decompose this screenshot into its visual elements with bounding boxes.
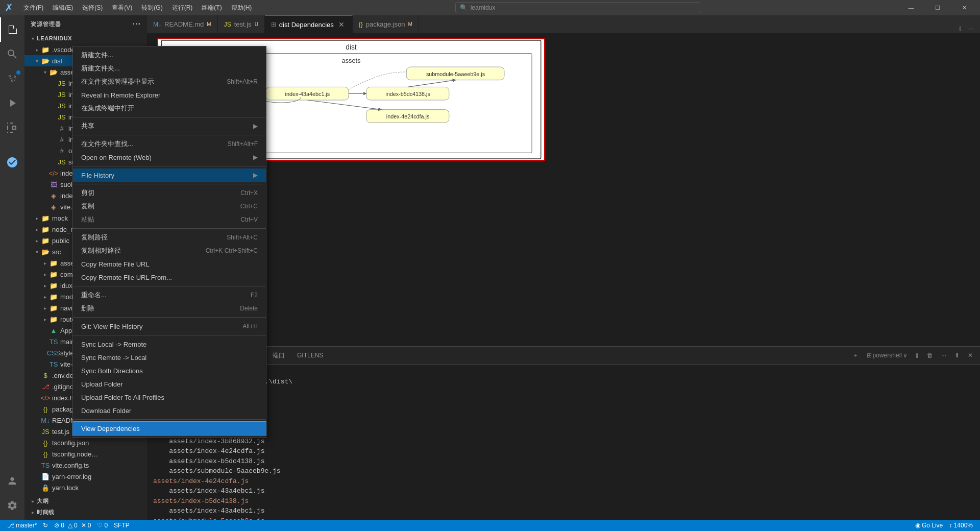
tree-item-tsconfignode[interactable]: {} tsconfig.node… (24, 448, 147, 460)
ctx-git-file-history-label: Git: View File History (81, 323, 142, 330)
panel-maximize[interactable]: ⬆ (951, 351, 963, 360)
ctx-new-folder[interactable]: 新建文件夹... (73, 62, 266, 75)
tab-close-dist[interactable]: ✕ (337, 20, 346, 29)
ctx-sep-2 (73, 135, 266, 135)
panel-tab-gitlens[interactable]: GITLENS (292, 348, 328, 363)
tab-packagejson[interactable]: {} package.json M (353, 15, 419, 33)
timeline-arrow: ▸ (29, 510, 37, 515)
info-icon: ✕ (81, 522, 86, 529)
ctx-file-history[interactable]: File History ▶ (73, 168, 266, 182)
menu-file[interactable]: 文件(F) (19, 3, 47, 13)
tree-timeline[interactable]: ▸ 时间线 (24, 506, 147, 518)
status-errors[interactable]: ⊘ 0 △ 0 ✕ 0 (51, 520, 94, 531)
tab-testjs[interactable]: JS test.js U (218, 15, 265, 33)
panel-split-terminal[interactable]: ⫿ (913, 351, 922, 360)
ctx-paste[interactable]: 粘贴 Ctrl+V (73, 213, 266, 226)
ctx-copy-path[interactable]: 复制路径 Shift+Alt+C (73, 231, 266, 244)
status-branch[interactable]: ⎇ master* (4, 520, 40, 531)
status-zoom[interactable]: ↕ 1400% (946, 520, 976, 531)
ctx-delete[interactable]: 删除 Delete (73, 302, 266, 315)
activity-extensions[interactable] (0, 115, 24, 140)
status-heart[interactable]: ♡ 0 (94, 520, 111, 531)
panel-new-terminal[interactable]: ＋ (849, 350, 862, 361)
menu-run[interactable]: 运行(R) (168, 3, 197, 13)
editor-split-button[interactable]: ⫿ (957, 23, 964, 33)
ctx-reveal-remote[interactable]: Reveal in Remote Explorer (73, 88, 266, 102)
outline-arrow: ▸ (29, 498, 37, 504)
ctx-download-folder[interactable]: Download Folder (73, 404, 266, 417)
tree-components-arrow: ▸ (41, 272, 49, 277)
heart-icon: ♡ (97, 522, 103, 529)
menu-view[interactable]: 查看(V) (108, 3, 136, 13)
term-link-indexb5d[interactable]: assets/index-b5dc4138.js (153, 497, 249, 505)
activity-git[interactable] (0, 66, 24, 91)
menu-edit[interactable]: 编辑(E) (48, 3, 77, 13)
activity-run[interactable] (0, 91, 24, 115)
tab-testjs-icon: JS (224, 21, 231, 28)
editor-more-button[interactable]: ··· (966, 23, 976, 33)
ctx-open-remote-web[interactable]: Open on Remote (Web) ▶ (73, 151, 266, 164)
ctx-find-in-folder[interactable]: 在文件夹中查找... Shift+Alt+F (73, 137, 266, 151)
tree-vscode-arrow: ▸ (33, 47, 41, 53)
ctx-copy-rel-path[interactable]: 复制相对路径 Ctrl+K Ctrl+Shift+C (73, 244, 266, 257)
ctx-copy[interactable]: 复制 Ctrl+C (73, 200, 266, 213)
activity-settings[interactable] (0, 493, 24, 518)
ctx-sync-remote-local[interactable]: Sync Remote -> Local (73, 351, 266, 364)
status-golive[interactable]: ◉ Go Live (912, 520, 946, 531)
ctx-rename-shortcut: F2 (251, 292, 258, 299)
tree-item-yarnlock[interactable]: 🔒 yarn.lock (24, 482, 147, 493)
info-count: 0 (88, 522, 91, 529)
ctx-reveal-explorer[interactable]: 在文件资源管理器中显示 Shift+Alt+R (73, 75, 266, 88)
ctx-sep-4 (73, 184, 266, 184)
panel-trash[interactable]: 🗑 (924, 351, 936, 360)
ctx-open-terminal[interactable]: 在集成终端中打开 (73, 102, 266, 115)
tree-outline[interactable]: ▸ 大纲 (24, 495, 147, 506)
global-search[interactable]: 🔍 learnidux (455, 2, 700, 13)
ctx-sep-6 (73, 286, 266, 286)
panel-close[interactable]: ✕ (965, 351, 976, 360)
term-line-4 (153, 397, 974, 407)
status-sftp[interactable]: SFTP (111, 520, 133, 531)
minimize-button[interactable]: — (899, 0, 923, 15)
ctx-sync-both[interactable]: Sync Both Directions (73, 364, 266, 377)
term-link-index4e[interactable]: assets/index-4e24cdfa.js (153, 477, 249, 485)
ctx-delete-label: 删除 (81, 304, 94, 313)
css-icon: CSS (49, 349, 58, 357)
maximize-button[interactable]: ☐ (926, 0, 949, 15)
panel-more[interactable]: ··· (938, 351, 949, 360)
sidebar-header: 资源管理器 ··· (24, 15, 147, 33)
close-button[interactable]: ✕ (952, 0, 976, 15)
activity-explorer[interactable] (0, 17, 24, 42)
activity-remote[interactable] (0, 150, 24, 175)
tree-item-viteconfig[interactable]: TS vite.config.ts (24, 460, 147, 471)
tree-item-tsconfigjson[interactable]: {} tsconfig.json (24, 437, 147, 448)
menu-terminal[interactable]: 终端(T) (198, 3, 226, 13)
panel-terminal-selector[interactable]: ⊞ powershell ∨ (864, 351, 911, 360)
ctx-rename[interactable]: 重命名... F2 (73, 288, 266, 302)
tab-readme[interactable]: M↓ README.md M (147, 15, 218, 33)
menu-help[interactable]: 帮助(H) (227, 3, 256, 13)
status-sync[interactable]: ↻ (40, 520, 51, 531)
panel-tab-ports[interactable]: 端口 (267, 348, 290, 363)
ctx-sync-local-remote[interactable]: Sync Local -> Remote (73, 337, 266, 351)
sidebar-more-icon[interactable]: ··· (132, 19, 141, 29)
ctx-view-dependencies[interactable]: View Dependencies (73, 422, 266, 435)
menu-select[interactable]: 选择(S) (78, 3, 107, 13)
tab-dist-deps[interactable]: ⊞ dist Dependencies ✕ (265, 15, 353, 33)
tree-root[interactable]: ▾ LEARNIDUX (24, 33, 147, 44)
ctx-copy-remote-url[interactable]: Copy Remote File URL (73, 257, 266, 271)
ctx-file-history-arrow: ▶ (253, 172, 258, 179)
ctx-git-file-history[interactable]: Git: View File History Alt+H (73, 320, 266, 333)
ctx-upload-folder-all[interactable]: Upload Folder To All Profiles (73, 391, 266, 404)
sidebar-title: 资源管理器 (31, 20, 62, 28)
components-icon: 📁 (49, 271, 58, 278)
ctx-share[interactable]: 共享 ▶ (73, 119, 266, 133)
ctx-new-file[interactable]: 新建文件... (73, 49, 266, 62)
activity-search[interactable] (0, 42, 24, 66)
tree-item-yarnerror[interactable]: 📄 yarn-error.log (24, 471, 147, 482)
ctx-upload-folder[interactable]: Upload Folder (73, 377, 266, 391)
ctx-copy-remote-url-from[interactable]: Copy Remote File URL From... (73, 271, 266, 284)
menu-goto[interactable]: 转到(G) (137, 3, 166, 13)
ctx-cut[interactable]: 剪切 Ctrl+X (73, 186, 266, 200)
activity-account[interactable] (0, 469, 24, 493)
